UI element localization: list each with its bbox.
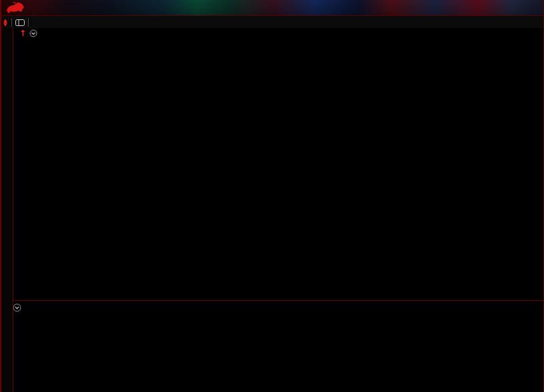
chart-canvas[interactable]: [1, 0, 544, 392]
quote-line: [13, 39, 543, 49]
layout-icon[interactable]: [15, 19, 25, 27]
bull-icon: [5, 1, 25, 15]
collapse-chevron-icon[interactable]: [13, 303, 21, 312]
app-logo: [1, 1, 28, 15]
indicator-header: ↑: [13, 28, 543, 39]
divider: [28, 18, 29, 27]
scroll-arrows-icon[interactable]: ▲▼: [1, 19, 9, 27]
period-bar: ▲▼: [1, 15, 543, 29]
up-arrow-icon: ↑: [19, 29, 26, 38]
subchart-header: [13, 300, 543, 314]
divider: [11, 18, 12, 27]
collapse-chevron-icon[interactable]: [29, 29, 37, 37]
top-banner: [1, 0, 543, 15]
left-sidebar: [3, 28, 13, 392]
app-window: ▲▼ ↑: [0, 0, 544, 392]
